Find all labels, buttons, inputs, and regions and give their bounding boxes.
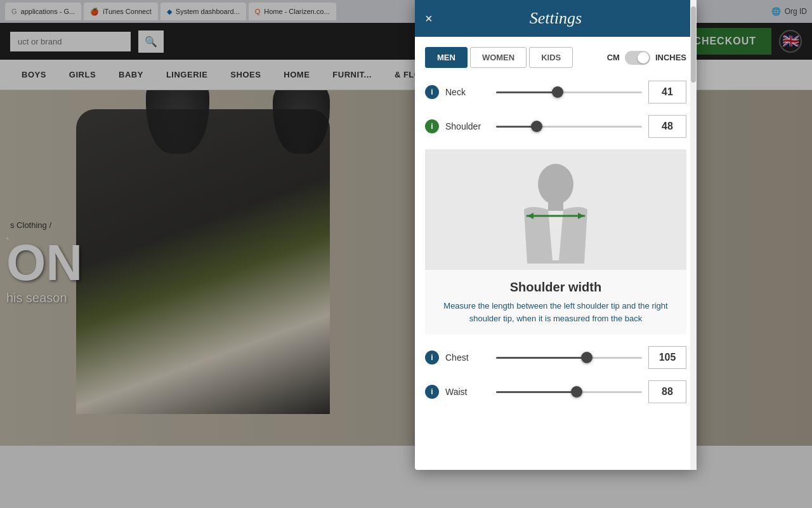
neck-slider[interactable] (496, 86, 642, 98)
shoulder-thumb[interactable] (531, 121, 542, 132)
shoulder-slider[interactable] (496, 120, 642, 133)
modal-scrollbar-track[interactable] (690, 0, 697, 470)
toggle-knob (638, 52, 649, 64)
modal-title: Settings (530, 9, 582, 28)
neck-fill (496, 91, 558, 93)
chest-thumb[interactable] (581, 352, 593, 363)
modal-scrollbar-thumb[interactable] (691, 6, 696, 83)
waist-measurement-row: i Waist 88 (425, 380, 686, 403)
gender-women-button[interactable]: WOMEN (470, 47, 527, 68)
settings-modal: × Settings MEN WOMEN KIDS CM INCHES i Ne… (415, 0, 697, 470)
unit-row: CM INCHES (607, 51, 686, 65)
neck-value: 41 (648, 81, 686, 104)
shoulder-diagram (425, 149, 686, 270)
neck-label: Neck (445, 87, 490, 97)
neck-measurement-row: i Neck 41 (425, 81, 686, 104)
chest-value: 105 (648, 346, 686, 369)
neck-info-icon[interactable]: i (425, 85, 439, 99)
waist-fill (496, 391, 577, 393)
chest-measurement-row: i Chest 105 (425, 346, 686, 369)
unit-inches-label: INCHES (655, 53, 686, 62)
shoulder-info-title: Shoulder width (435, 280, 676, 295)
shoulder-value: 48 (648, 115, 686, 138)
modal-close-button[interactable]: × (425, 12, 433, 25)
shoulder-measurement-row: i Shoulder 48 (425, 115, 686, 138)
unit-cm-label: CM (607, 53, 620, 62)
gender-men-button[interactable]: MEN (425, 47, 468, 68)
shoulder-body-svg (492, 152, 619, 267)
waist-value: 88 (648, 380, 686, 403)
waist-track (496, 391, 642, 393)
modal-header: × Settings (415, 0, 697, 37)
shoulder-track (496, 126, 642, 128)
gender-kids-button[interactable]: KIDS (529, 47, 573, 68)
waist-slider[interactable] (496, 385, 642, 398)
chest-fill (496, 357, 587, 359)
modal-body[interactable]: MEN WOMEN KIDS CM INCHES i Neck 41 (415, 37, 697, 470)
svg-rect-1 (548, 198, 563, 211)
gender-unit-row: MEN WOMEN KIDS CM INCHES (425, 47, 686, 68)
chest-label: Chest (445, 352, 490, 363)
chest-slider[interactable] (496, 351, 642, 364)
waist-info-icon[interactable]: i (425, 385, 439, 399)
shoulder-label: Shoulder (445, 121, 490, 131)
neck-track (496, 91, 642, 93)
shoulder-info-text: Shoulder width Measure the length betwee… (425, 270, 686, 335)
chest-info-icon[interactable]: i (425, 351, 439, 364)
unit-toggle[interactable] (625, 51, 650, 65)
waist-thumb[interactable] (571, 386, 582, 398)
shoulder-info-desc: Measure the length between the left shou… (435, 300, 676, 324)
neck-thumb[interactable] (552, 86, 563, 98)
chest-track (496, 357, 642, 359)
shoulder-info-box: Shoulder width Measure the length betwee… (425, 149, 686, 335)
shoulder-info-icon[interactable]: i (425, 119, 439, 133)
waist-label: Waist (445, 387, 490, 397)
